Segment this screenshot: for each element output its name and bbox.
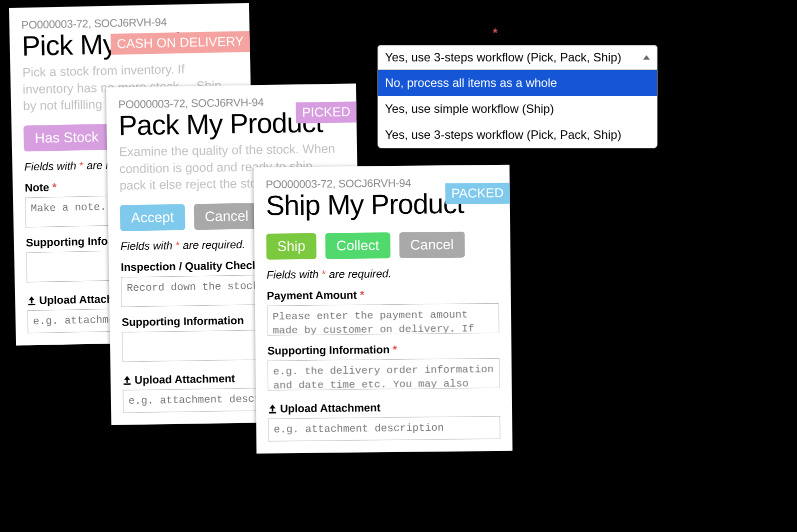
collect-button[interactable]: Collect: [325, 232, 390, 259]
dropdown-option[interactable]: Yes, use 3-steps workflow (Pick, Pack, S…: [378, 122, 657, 148]
dropdown-options-list: No, process all items as a whole Yes, us…: [378, 70, 658, 148]
attachment-description-input[interactable]: [268, 416, 500, 442]
supporting-info-label: Supporting Information *: [268, 342, 500, 358]
dropdown-option[interactable]: No, process all items as a whole: [378, 70, 657, 96]
dropdown-selected-value: Yes, use 3-steps workflow (Pick, Pack, S…: [385, 50, 622, 64]
upload-icon: [268, 404, 277, 413]
cancel-button[interactable]: Cancel: [194, 203, 260, 230]
has-stock-button[interactable]: Has Stock: [24, 124, 110, 152]
upload-icon: [27, 296, 36, 305]
upload-attachment-label: Upload Attachment: [268, 400, 500, 416]
cash-on-delivery-badge: CASH ON DELIVERY: [110, 31, 250, 55]
process-items-select[interactable]: Yes, use 3-steps workflow (Pick, Pack, S…: [378, 45, 658, 70]
ship-card: PO000003-72, SOCJ6RVH-94 Ship My Product…: [254, 165, 512, 454]
upload-icon: [122, 376, 132, 385]
payment-amount-label: Payment Amount *: [267, 287, 499, 303]
dropdown-option[interactable]: Yes, use simple workflow (Ship): [378, 96, 657, 122]
supporting-info-input[interactable]: [268, 358, 500, 391]
required-note: Fields with * are required.: [266, 266, 498, 282]
accept-button[interactable]: Accept: [120, 204, 185, 231]
chevron-up-icon: [643, 55, 650, 60]
process-items-dropdown: Process each items * Yes, use 3-steps wo…: [378, 26, 658, 148]
picked-badge: PICKED: [296, 101, 356, 123]
packed-badge: PACKED: [445, 183, 510, 204]
process-items-label: Process each items *: [378, 26, 658, 40]
payment-amount-input[interactable]: [267, 303, 500, 336]
cancel-button[interactable]: Cancel: [399, 231, 465, 258]
ship-button[interactable]: Ship: [266, 233, 316, 259]
